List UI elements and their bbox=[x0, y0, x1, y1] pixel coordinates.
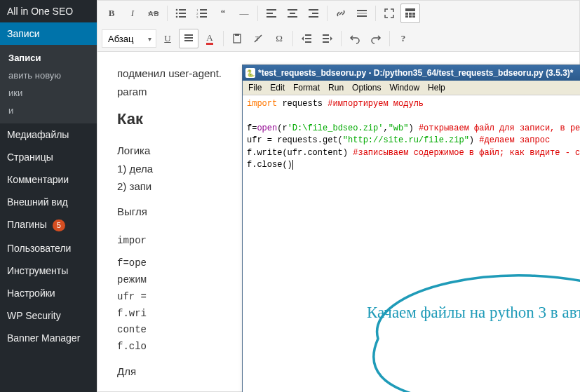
python-icon: 🐍 bbox=[245, 68, 255, 78]
svg-rect-21 bbox=[357, 10, 367, 11]
idle-code-area[interactable]: import requests #импортируем модуль f=op… bbox=[243, 95, 580, 392]
blockquote-button[interactable]: “ bbox=[213, 4, 233, 23]
svg-rect-41 bbox=[323, 38, 329, 39]
menu-window[interactable]: Window bbox=[389, 83, 419, 93]
more-button[interactable] bbox=[352, 4, 372, 23]
redo-button[interactable] bbox=[366, 29, 386, 48]
svg-rect-3 bbox=[179, 13, 186, 14]
svg-rect-29 bbox=[409, 15, 412, 18]
svg-rect-33 bbox=[184, 40, 193, 41]
sidebar-item-aioseo[interactable]: All in One SEO bbox=[0, 0, 97, 22]
indent-button[interactable] bbox=[318, 29, 337, 48]
paste-text-button[interactable] bbox=[227, 29, 247, 48]
idle-menubar: File Edit Format Run Options Window Help bbox=[243, 81, 580, 95]
editor-toolbar: B I ᴀʙ 123 “ — Абзац U A T bbox=[97, 0, 580, 52]
idle-titlebar[interactable]: 🐍 *test_requests_bdseoru.py - D:/python3… bbox=[243, 65, 580, 81]
toolbar-toggle-button[interactable] bbox=[400, 4, 420, 23]
align-left-button[interactable] bbox=[262, 4, 281, 23]
idle-title-text: *test_requests_bdseoru.py - D:/python35_… bbox=[258, 68, 573, 78]
ordered-list-button[interactable]: 123 bbox=[192, 4, 212, 23]
svg-rect-39 bbox=[305, 41, 311, 43]
italic-button[interactable]: I bbox=[123, 4, 142, 23]
svg-rect-20 bbox=[309, 16, 318, 18]
link-button[interactable] bbox=[331, 4, 351, 23]
sidebar-submenu: Записи авить новую ики и bbox=[0, 45, 97, 123]
svg-rect-13 bbox=[267, 13, 273, 14]
align-right-button[interactable] bbox=[304, 4, 323, 23]
main-column: B I ᴀʙ 123 “ — Абзац U A T bbox=[97, 0, 580, 392]
svg-rect-35 bbox=[235, 34, 239, 36]
justify-button[interactable] bbox=[179, 29, 198, 48]
svg-rect-22 bbox=[357, 13, 367, 14]
outdent-button[interactable] bbox=[297, 29, 316, 48]
svg-rect-26 bbox=[409, 13, 412, 15]
svg-rect-24 bbox=[405, 8, 415, 11]
sidebar-sub-all-posts[interactable]: Записи bbox=[0, 49, 97, 67]
svg-rect-7 bbox=[200, 9, 207, 11]
sidebar-item-media[interactable]: Медиафайлы bbox=[0, 123, 97, 146]
menu-help[interactable]: Help bbox=[428, 83, 445, 93]
plugins-update-badge: 5 bbox=[53, 219, 65, 231]
menu-file[interactable]: File bbox=[248, 83, 262, 93]
svg-point-4 bbox=[176, 16, 178, 18]
svg-rect-30 bbox=[412, 15, 415, 18]
format-select[interactable]: Абзац bbox=[102, 29, 156, 48]
svg-rect-1 bbox=[179, 9, 186, 11]
svg-rect-16 bbox=[290, 13, 295, 14]
hand-annotation: Качаем файлы на python 3 в автоматическо… bbox=[281, 250, 580, 392]
clear-formatting-button[interactable]: T bbox=[248, 29, 268, 48]
strikethrough-button[interactable]: ᴀʙ bbox=[144, 4, 163, 23]
svg-rect-5 bbox=[179, 16, 186, 18]
svg-rect-37 bbox=[305, 34, 311, 36]
svg-rect-42 bbox=[323, 41, 329, 43]
sidebar-item-settings[interactable]: Настройки bbox=[0, 282, 97, 304]
menu-options[interactable]: Options bbox=[352, 83, 381, 93]
svg-rect-40 bbox=[323, 34, 329, 36]
svg-rect-15 bbox=[288, 9, 297, 11]
menu-run[interactable]: Run bbox=[328, 83, 344, 93]
text-color-button[interactable]: A bbox=[200, 29, 220, 48]
fullscreen-button[interactable] bbox=[379, 4, 399, 23]
svg-rect-23 bbox=[357, 15, 367, 17]
sidebar-item-pages[interactable]: Страницы bbox=[0, 146, 97, 168]
help-button[interactable]: ? bbox=[393, 29, 413, 48]
sidebar-sub-tags[interactable]: и bbox=[0, 102, 97, 119]
sidebar-item-banner-manager[interactable]: Banner Manager bbox=[0, 327, 97, 349]
sidebar-item-wpsecurity[interactable]: WP Security bbox=[0, 304, 97, 327]
svg-rect-11 bbox=[200, 16, 207, 18]
sidebar-item-appearance[interactable]: Внешний вид bbox=[0, 191, 97, 213]
svg-rect-17 bbox=[288, 16, 297, 18]
undo-button[interactable] bbox=[345, 29, 365, 48]
menu-edit[interactable]: Edit bbox=[270, 83, 285, 93]
sidebar-item-comments[interactable]: Комментарии bbox=[0, 168, 97, 191]
sidebar-item-users[interactable]: Пользователи bbox=[0, 237, 97, 259]
svg-text:3: 3 bbox=[196, 15, 198, 19]
underline-button[interactable]: U bbox=[158, 29, 177, 48]
svg-rect-27 bbox=[412, 13, 415, 15]
admin-sidebar: All in One SEO Записи Записи авить новую… bbox=[0, 0, 97, 392]
align-center-button[interactable] bbox=[283, 4, 302, 23]
svg-rect-18 bbox=[309, 9, 318, 11]
svg-rect-14 bbox=[267, 16, 276, 18]
sidebar-item-tools[interactable]: Инструменты bbox=[0, 259, 97, 282]
bold-button[interactable]: B bbox=[102, 4, 121, 23]
sidebar-item-label: Плагины bbox=[7, 219, 47, 230]
svg-text:T: T bbox=[255, 35, 259, 42]
bullet-list-button[interactable] bbox=[171, 4, 191, 23]
sidebar-item-posts[interactable]: Записи bbox=[0, 22, 97, 45]
annotation-text: Качаем файлы на python 3 в автоматическо… bbox=[367, 302, 580, 323]
svg-rect-19 bbox=[312, 13, 318, 14]
sidebar-item-plugins[interactable]: Плагины 5 bbox=[0, 213, 97, 237]
svg-rect-28 bbox=[405, 15, 408, 18]
svg-rect-12 bbox=[267, 9, 276, 11]
svg-rect-32 bbox=[184, 37, 193, 39]
svg-rect-9 bbox=[200, 13, 207, 14]
svg-rect-25 bbox=[405, 13, 408, 15]
svg-point-0 bbox=[176, 9, 178, 11]
hr-button[interactable]: — bbox=[234, 4, 254, 23]
special-char-button[interactable]: Ω bbox=[269, 29, 289, 48]
svg-point-2 bbox=[176, 13, 178, 15]
sidebar-sub-categories[interactable]: ики bbox=[0, 84, 97, 102]
menu-format[interactable]: Format bbox=[293, 83, 320, 93]
sidebar-sub-add-new[interactable]: авить новую bbox=[0, 67, 97, 84]
